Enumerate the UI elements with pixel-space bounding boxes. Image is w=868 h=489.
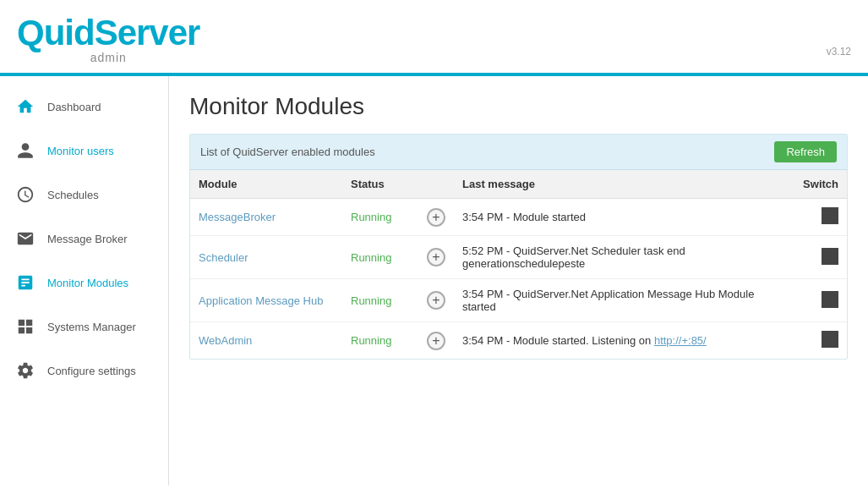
col-header-switch: Switch bbox=[794, 170, 847, 199]
module-last-message: 3:54 PM - QuidServer.Net Application Mes… bbox=[454, 279, 794, 322]
module-name: WebAdmin bbox=[190, 322, 342, 360]
sidebar-item-configure-settings-label: Configure settings bbox=[47, 365, 136, 377]
switch-button[interactable] bbox=[822, 291, 838, 308]
version-label: v3.12 bbox=[827, 46, 851, 64]
sidebar-item-dashboard-label: Dashboard bbox=[47, 101, 101, 113]
module-status: Running bbox=[342, 236, 418, 279]
logo-area: QuidServer admin bbox=[17, 15, 199, 64]
sidebar-item-monitor-modules[interactable]: Monitor Modules bbox=[0, 261, 168, 305]
refresh-button[interactable]: Refresh bbox=[774, 141, 837, 162]
table-row: Application Message Hub Running + 3:54 P… bbox=[190, 279, 847, 322]
webadmin-link[interactable]: http://+:85/ bbox=[654, 334, 707, 347]
module-plus-cell: + bbox=[418, 322, 454, 360]
table-row: Scheduler Running + 5:52 PM - QuidServer… bbox=[190, 236, 847, 279]
plus-button[interactable]: + bbox=[427, 332, 445, 350]
module-name: Scheduler bbox=[190, 236, 342, 279]
clock-icon bbox=[14, 183, 37, 206]
chart-icon bbox=[14, 271, 37, 294]
sidebar-item-monitor-users[interactable]: Monitor users bbox=[0, 129, 168, 173]
plus-button[interactable]: + bbox=[427, 248, 445, 266]
module-plus-cell: + bbox=[418, 236, 454, 279]
sidebar-item-monitor-users-label: Monitor users bbox=[47, 145, 114, 157]
module-switch-cell bbox=[794, 199, 847, 236]
sidebar-item-systems-manager-label: Systems Manager bbox=[47, 321, 136, 333]
user-icon bbox=[14, 139, 37, 162]
switch-button[interactable] bbox=[822, 248, 838, 265]
sidebar: Dashboard Monitor users Schedules bbox=[0, 76, 169, 486]
sidebar-item-message-broker-label: Message Broker bbox=[47, 233, 128, 245]
table-header-row: Module Status Last message Switch bbox=[190, 170, 847, 199]
content-area: Monitor Modules List of QuidServer enabl… bbox=[169, 76, 868, 486]
module-switch-cell bbox=[794, 236, 847, 279]
home-icon bbox=[14, 95, 37, 118]
grid-icon bbox=[14, 315, 37, 338]
module-last-message: 3:54 PM - Module started. Listening on h… bbox=[454, 322, 794, 360]
col-header-message: Last message bbox=[454, 170, 794, 199]
gear-icon bbox=[14, 359, 37, 382]
sidebar-item-monitor-modules-label: Monitor Modules bbox=[47, 277, 128, 289]
col-header-module: Module bbox=[190, 170, 342, 199]
app-header: QuidServer admin v3.12 bbox=[0, 0, 868, 76]
module-last-message: 5:52 PM - QuidServer.Net Scheduler task … bbox=[454, 236, 794, 279]
module-plus-cell: + bbox=[418, 279, 454, 322]
main-layout: Dashboard Monitor users Schedules bbox=[0, 76, 868, 486]
sidebar-item-systems-manager[interactable]: Systems Manager bbox=[0, 305, 168, 349]
table-row: WebAdmin Running + 3:54 PM - Module star… bbox=[190, 322, 847, 360]
modules-panel: List of QuidServer enabled modules Refre… bbox=[189, 134, 848, 360]
page-title: Monitor Modules bbox=[189, 93, 848, 120]
sidebar-item-dashboard[interactable]: Dashboard bbox=[0, 85, 168, 129]
logo-text: QuidServer bbox=[17, 15, 199, 51]
sidebar-item-message-broker[interactable]: Message Broker bbox=[0, 217, 168, 261]
sidebar-item-configure-settings[interactable]: Configure settings bbox=[0, 349, 168, 393]
module-status: Running bbox=[342, 279, 418, 322]
module-name: Application Message Hub bbox=[190, 279, 342, 322]
table-row: MessageBroker Running + 3:54 PM - Module… bbox=[190, 199, 847, 236]
switch-button[interactable] bbox=[822, 207, 838, 224]
module-status: Running bbox=[342, 199, 418, 236]
module-name: MessageBroker bbox=[190, 199, 342, 236]
col-header-plus bbox=[418, 170, 454, 199]
logo-admin: admin bbox=[90, 51, 127, 64]
modules-table: Module Status Last message Switch Messag… bbox=[190, 170, 847, 359]
envelope-icon bbox=[14, 227, 37, 250]
module-plus-cell: + bbox=[418, 199, 454, 236]
switch-button[interactable] bbox=[822, 331, 838, 348]
module-last-message: 3:54 PM - Module started bbox=[454, 199, 794, 236]
plus-button[interactable]: + bbox=[427, 291, 445, 310]
sidebar-item-schedules[interactable]: Schedules bbox=[0, 173, 168, 217]
sidebar-item-schedules-label: Schedules bbox=[47, 189, 99, 201]
panel-header: List of QuidServer enabled modules Refre… bbox=[190, 135, 847, 170]
module-switch-cell bbox=[794, 322, 847, 360]
module-status: Running bbox=[342, 322, 418, 360]
col-header-status: Status bbox=[342, 170, 418, 199]
plus-button[interactable]: + bbox=[427, 208, 445, 227]
module-switch-cell bbox=[794, 279, 847, 322]
panel-header-text: List of QuidServer enabled modules bbox=[200, 146, 375, 158]
